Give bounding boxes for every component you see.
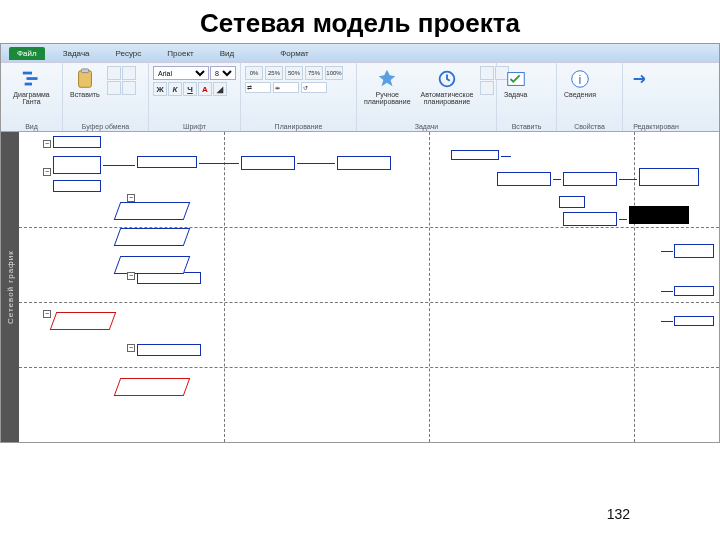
task-node[interactable] [114, 228, 191, 246]
unlink-icon[interactable]: ⇹ [273, 82, 299, 93]
task-node[interactable] [674, 286, 714, 296]
view-title-sidebar: Сетевой график [1, 132, 19, 442]
collapse-toggle[interactable]: − [127, 194, 135, 202]
grid-vline [224, 132, 225, 442]
pct-100[interactable]: 100% [325, 66, 343, 80]
collapse-toggle[interactable]: − [127, 344, 135, 352]
group-label-edit: Редактирован [627, 122, 685, 130]
task-node[interactable] [639, 168, 699, 186]
svg-text:i: i [579, 72, 582, 87]
task-node[interactable] [114, 202, 191, 220]
manual-schedule-button[interactable]: Ручное планирование [361, 66, 414, 108]
dependency-arrow [661, 251, 673, 252]
page-number: 132 [607, 506, 630, 522]
inspect-icon[interactable] [480, 66, 494, 80]
auto-icon [436, 68, 458, 90]
italic-button[interactable]: К [168, 82, 182, 96]
pct-75[interactable]: 75% [305, 66, 323, 80]
task-node[interactable] [137, 344, 201, 356]
task-node[interactable] [674, 316, 714, 326]
task-node[interactable] [53, 156, 101, 174]
collapse-toggle[interactable]: − [43, 140, 51, 148]
pct-0[interactable]: 0% [245, 66, 263, 80]
link-icon[interactable]: ⇄ [245, 82, 271, 93]
svg-rect-2 [24, 83, 31, 86]
respect-links-icon[interactable]: ↺ [301, 82, 327, 93]
mode-icon[interactable] [480, 81, 494, 95]
tab-resource[interactable]: Ресурс [108, 47, 150, 60]
task-node[interactable] [114, 256, 191, 274]
gantt-label: Диаграмма Ганта [8, 91, 55, 106]
task-node[interactable] [241, 156, 295, 170]
collapse-toggle[interactable]: − [127, 272, 135, 280]
copy-icon[interactable] [122, 66, 136, 80]
gantt-icon [21, 68, 43, 90]
pct-50[interactable]: 50% [285, 66, 303, 80]
msproject-window: Файл Задача Ресурс Проект Вид Формат Диа… [0, 43, 720, 443]
ribbon-group-view: Диаграмма Ганта Вид [1, 63, 63, 131]
grid-vline [429, 132, 430, 442]
dependency-arrow [199, 163, 239, 164]
clipboard-icon [74, 68, 96, 90]
gantt-chart-button[interactable]: Диаграмма Ганта [5, 66, 58, 108]
task-node[interactable] [114, 378, 191, 396]
dependency-arrow [103, 165, 135, 166]
task-node[interactable] [629, 206, 689, 224]
tab-project[interactable]: Проект [159, 47, 201, 60]
task-node[interactable] [451, 150, 499, 160]
task-node[interactable] [337, 156, 391, 170]
task-node[interactable] [53, 180, 101, 192]
font-name-select[interactable]: Arial [153, 66, 209, 80]
workspace: Сетевой график −−−−−− [1, 132, 719, 442]
underline-button[interactable]: Ч [183, 82, 197, 96]
ribbon-group-font: Arial 8 Ж К Ч А ◢ Шрифт [149, 63, 241, 131]
auto-schedule-button[interactable]: Автоматическое планирование [418, 66, 477, 108]
tab-format[interactable]: Формат [272, 47, 316, 60]
network-diagram-canvas[interactable]: −−−−−− [19, 132, 719, 442]
collapse-toggle[interactable]: − [43, 168, 51, 176]
cut-icon[interactable] [107, 66, 121, 80]
task-node[interactable] [563, 212, 617, 226]
task-node[interactable] [563, 172, 617, 186]
tab-file[interactable]: Файл [9, 47, 45, 60]
task-node[interactable] [50, 312, 117, 330]
font-color-button[interactable]: А [198, 82, 212, 96]
ribbon-group-tasks: Ручное планирование Автоматическое плани… [357, 63, 497, 131]
format-painter-icon[interactable] [107, 81, 121, 95]
grid-hline [19, 367, 719, 368]
ribbon-group-planning: 0% 25% 50% 75% 100% ⇄ ⇹ ↺ Планирование [241, 63, 357, 131]
font-size-select[interactable]: 8 [210, 66, 236, 80]
manual-label: Ручное планирование [364, 91, 411, 106]
dependency-arrow [501, 156, 511, 157]
task-label: Задача [504, 91, 528, 98]
task-insert-button[interactable]: Задача [501, 66, 531, 100]
group-label-clipboard: Буфер обмена [67, 122, 144, 130]
collapse-toggle[interactable]: − [43, 310, 51, 318]
info-icon: i [569, 68, 591, 90]
clipboard-extra-icon[interactable] [122, 81, 136, 95]
task-node[interactable] [497, 172, 551, 186]
info-label: Сведения [564, 91, 596, 98]
paste-button[interactable]: Вставить [67, 66, 103, 100]
svg-rect-1 [26, 77, 37, 80]
dependency-arrow [553, 179, 561, 180]
slide-title: Сетевая модель проекта [0, 0, 720, 43]
task-node[interactable] [674, 244, 714, 258]
bold-button[interactable]: Ж [153, 82, 167, 96]
pin-icon [376, 68, 398, 90]
tab-view[interactable]: Вид [212, 47, 242, 60]
scroll-icon [630, 68, 652, 90]
task-icon [505, 68, 527, 90]
task-node[interactable] [559, 196, 585, 208]
group-label-font: Шрифт [153, 122, 236, 130]
task-node[interactable] [137, 156, 197, 168]
info-button[interactable]: i Сведения [561, 66, 599, 100]
pct-25[interactable]: 25% [265, 66, 283, 80]
group-label-properties: Свойства [561, 122, 618, 130]
task-node[interactable] [53, 136, 101, 148]
fill-color-button[interactable]: ◢ [213, 82, 227, 96]
clipboard-small-buttons [107, 66, 136, 95]
scroll-to-task-button[interactable] [627, 66, 655, 92]
group-label-view: Вид [5, 122, 58, 130]
tab-task[interactable]: Задача [55, 47, 98, 60]
